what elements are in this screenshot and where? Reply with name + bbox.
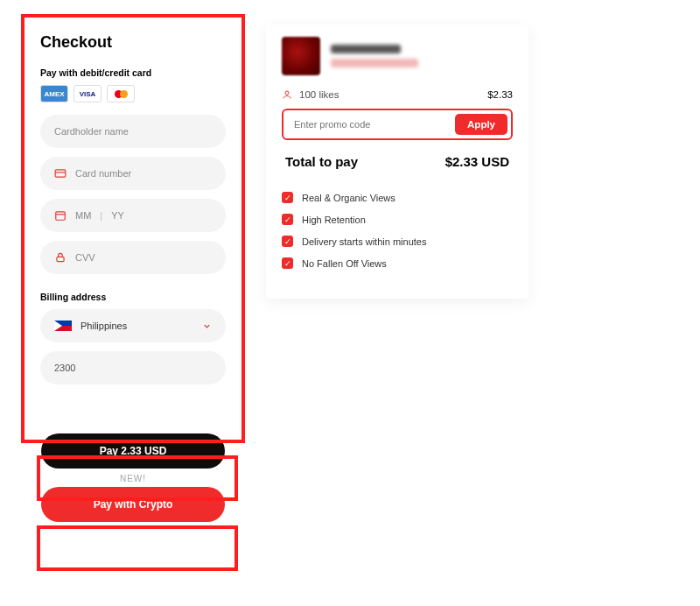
annotation-box (37, 525, 238, 571)
expiry-separator: | (100, 210, 102, 221)
feature-label: High Retention (302, 215, 366, 225)
svg-point-5 (285, 91, 289, 95)
svg-rect-0 (55, 170, 66, 177)
product-header (282, 37, 513, 75)
pay-button-label: Pay 2.33 USD (100, 445, 167, 457)
svg-rect-2 (56, 212, 66, 220)
check-icon: ✓ (282, 257, 293, 269)
total-label: Total to pay (285, 154, 358, 169)
expiry-mm-placeholder: MM (75, 210, 91, 221)
check-icon: ✓ (282, 236, 293, 247)
total-row: Total to pay $2.33 USD (282, 154, 513, 169)
feature-item: ✓ Real & Organic Views (282, 192, 513, 203)
user-icon (282, 89, 292, 100)
feature-label: Delivery starts within minutes (302, 236, 426, 247)
product-title-redacted (331, 45, 401, 53)
visa-logo: VISA (74, 85, 102, 102)
apply-promo-button[interactable]: Apply (455, 114, 508, 135)
country-value: Philippines (80, 321, 127, 331)
likes-row: 100 likes $2.33 (282, 89, 513, 100)
cvv-placeholder: CVV (75, 252, 95, 263)
feature-item: ✓ Delivery starts within minutes (282, 236, 513, 247)
crypto-button-label: Pay with Crypto (94, 498, 173, 511)
new-badge: NEW! (24, 474, 242, 483)
cardholder-name-field[interactable]: Cardholder name (40, 115, 226, 148)
feature-item: ✓ No Fallen Off Views (282, 257, 513, 269)
product-thumbnail (282, 37, 320, 75)
feature-label: No Fallen Off Views (302, 258, 387, 269)
product-subtitle-redacted (331, 59, 418, 67)
apply-label: Apply (467, 119, 495, 130)
promo-code-wrap: Apply (282, 109, 513, 140)
cardnumber-placeholder: Card number (75, 168, 131, 179)
chevron-down-icon (202, 321, 212, 331)
checkout-title: Checkout (40, 33, 226, 52)
cardholder-placeholder: Cardholder name (54, 126, 129, 137)
card-logos: AMEX VISA (40, 85, 226, 102)
calendar-icon (54, 209, 66, 222)
feature-label: Real & Organic Views (302, 193, 396, 203)
country-select[interactable]: Philippines (40, 309, 226, 342)
postal-value: 2300 (54, 363, 75, 373)
check-icon: ✓ (282, 214, 293, 225)
checkout-form: Checkout Pay with debit/credit card AMEX… (24, 18, 242, 411)
promo-code-input[interactable] (287, 114, 450, 135)
check-icon: ✓ (282, 192, 293, 203)
svg-rect-4 (57, 257, 64, 261)
cvv-field[interactable]: CVV (40, 241, 226, 274)
card-number-field[interactable]: Card number (40, 157, 226, 190)
pay-with-crypto-button[interactable]: Pay with Crypto (41, 487, 225, 522)
amex-logo: AMEX (40, 85, 68, 102)
billing-address-label: Billing address (40, 292, 226, 302)
order-summary-card: 100 likes $2.33 Apply Total to pay $2.33… (266, 25, 528, 299)
expiry-field[interactable]: MM | YY (40, 199, 226, 232)
postal-code-field[interactable]: 2300 (40, 351, 226, 384)
likes-price: $2.33 (487, 89, 513, 100)
card-icon (54, 167, 66, 180)
mastercard-logo (107, 85, 135, 102)
pay-with-label: Pay with debit/credit card (40, 67, 226, 78)
feature-item: ✓ High Retention (282, 214, 513, 225)
philippines-flag-icon (54, 321, 72, 331)
pay-button[interactable]: Pay 2.33 USD (41, 433, 225, 469)
expiry-yy-placeholder: YY (111, 210, 124, 221)
lock-icon (54, 251, 66, 264)
likes-label: 100 likes (299, 89, 339, 100)
total-value: $2.33 USD (445, 154, 509, 169)
